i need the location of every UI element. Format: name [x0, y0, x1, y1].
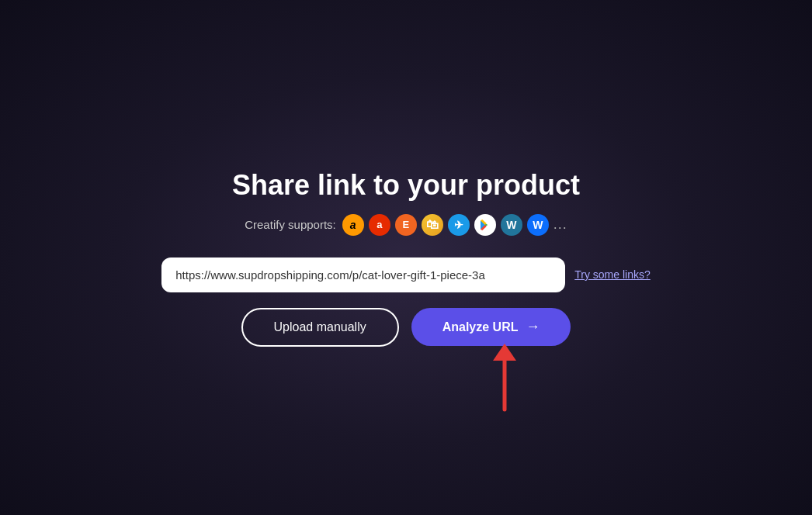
wordpress-icon: W [501, 214, 522, 236]
red-arrow-pointer [485, 344, 524, 416]
buttons-row: Upload manually Analyze URL → [241, 308, 571, 347]
more-platforms-icon: ... [553, 216, 567, 233]
supports-label: Creatify supports: [245, 218, 336, 231]
shopify-icon: 🛍 [422, 214, 443, 236]
supports-row: Creatify supports: a a E 🛍 ✈ [245, 214, 567, 236]
amazon-icon: a [342, 214, 364, 236]
upload-manually-button[interactable]: Upload manually [241, 308, 399, 347]
main-container: Share link to your product Creatify supp… [161, 169, 651, 347]
analyze-url-button[interactable]: Analyze URL → [411, 308, 571, 346]
aliexpress-icon: a [369, 214, 390, 236]
wix-icon: W [527, 214, 549, 236]
appstore-icon: ✈ [448, 214, 470, 236]
analyze-url-label: Analyze URL [442, 320, 519, 334]
url-input[interactable] [161, 258, 565, 292]
try-links-button[interactable]: Try some links? [574, 268, 651, 281]
arrow-right-icon: → [526, 319, 540, 335]
url-input-row: Try some links? [161, 258, 651, 292]
etsy-icon: E [395, 214, 417, 236]
platform-icons-row: a a E 🛍 ✈ W W ... [342, 214, 567, 236]
svg-marker-1 [493, 344, 516, 361]
page-title: Share link to your product [232, 169, 580, 202]
playstore-icon [474, 214, 496, 236]
